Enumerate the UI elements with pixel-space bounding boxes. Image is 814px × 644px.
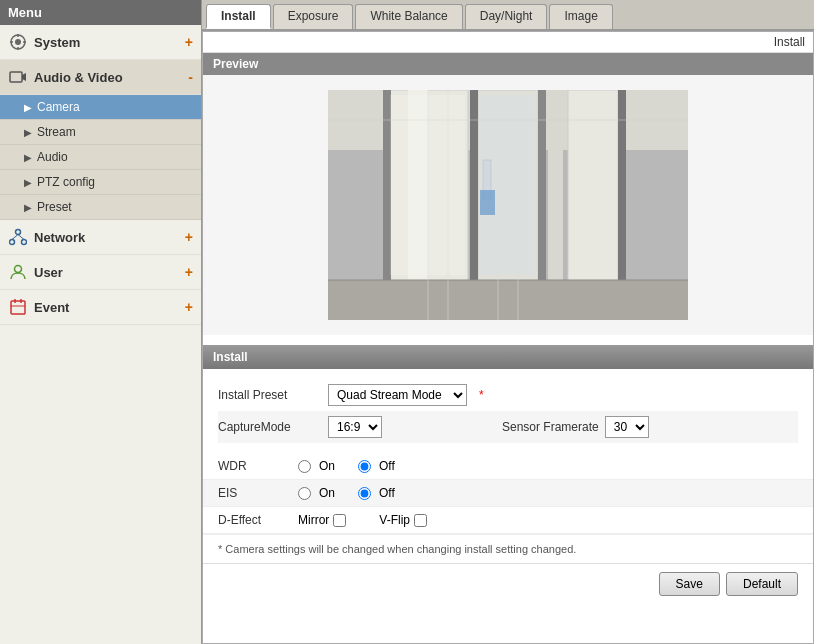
sensor-framerate-group: Sensor Framerate 30 25 15 <box>502 416 649 438</box>
sidebar-item-network[interactable]: Network + <box>0 220 201 255</box>
tab-exposure[interactable]: Exposure <box>273 4 354 29</box>
wdr-row: WDR On Off <box>203 453 813 480</box>
event-icon <box>8 297 28 317</box>
preview-image <box>328 90 688 320</box>
default-button[interactable]: Default <box>726 572 798 596</box>
svg-rect-32 <box>390 95 465 275</box>
wdr-on-group[interactable]: On <box>298 459 335 473</box>
svg-line-11 <box>12 235 18 240</box>
eis-off-label: Off <box>379 486 395 500</box>
sidebar-label-audio: Audio <box>37 150 68 164</box>
system-icon <box>8 32 28 52</box>
eis-on-label: On <box>319 486 335 500</box>
eis-off-radio[interactable] <box>358 487 371 500</box>
tab-image[interactable]: Image <box>549 4 612 29</box>
sidebar-label-stream: Stream <box>37 125 76 139</box>
vflip-group: V-Flip <box>379 513 430 527</box>
svg-point-1 <box>15 39 21 45</box>
vflip-checkbox[interactable] <box>414 514 427 527</box>
sidebar-label-audio-video: Audio & Video <box>34 70 188 85</box>
sidebar: Menu System + Audio & Video - ▶ Camera ▶ <box>0 0 202 644</box>
sidebar-item-camera[interactable]: ▶ Camera <box>0 95 201 120</box>
eis-label: EIS <box>218 486 298 500</box>
sidebar-label-camera: Camera <box>37 100 80 114</box>
svg-point-8 <box>16 230 21 235</box>
network-icon <box>8 227 28 247</box>
eis-on-radio[interactable] <box>298 487 311 500</box>
svg-point-9 <box>10 240 15 245</box>
install-label-text: Install <box>774 35 805 49</box>
svg-line-12 <box>18 235 24 240</box>
capture-mode-select[interactable]: 16:9 4:3 <box>328 416 382 438</box>
sidebar-label-network: Network <box>34 230 185 245</box>
user-icon <box>8 262 28 282</box>
svg-rect-6 <box>10 72 22 82</box>
capture-mode-row: CaptureMode 16:9 4:3 Sensor Framerate 30 <box>218 411 798 443</box>
install-preset-label: Install Preset <box>218 388 328 402</box>
d-effect-row: D-Effect Mirror V-Flip <box>203 507 813 534</box>
save-button[interactable]: Save <box>659 572 720 596</box>
install-preset-controls: Quad Stream Mode Single Stream Mode Dual… <box>328 384 484 406</box>
main-content: Install Exposure White Balance Day/Night… <box>202 0 814 644</box>
wdr-on-label: On <box>319 459 335 473</box>
sidebar-item-preset[interactable]: ▶ Preset <box>0 195 201 220</box>
sidebar-item-user[interactable]: User + <box>0 255 201 290</box>
mirror-checkbox[interactable] <box>333 514 346 527</box>
mirror-label: Mirror <box>298 513 329 527</box>
page-install-label: Install <box>203 32 813 53</box>
install-preset-asterisk: * <box>479 388 484 402</box>
install-settings-section: Install Install Preset Quad Stream Mode … <box>203 345 813 604</box>
sidebar-item-system[interactable]: System + <box>0 25 201 60</box>
capture-mode-label: CaptureMode <box>218 420 328 434</box>
svg-point-13 <box>15 266 22 273</box>
sidebar-item-audio-video[interactable]: Audio & Video - <box>0 60 201 95</box>
sensor-framerate-label: Sensor Framerate <box>502 420 599 434</box>
sidebar-expand-system: + <box>185 34 193 50</box>
sidebar-item-event[interactable]: Event + <box>0 290 201 325</box>
install-preset-select[interactable]: Quad Stream Mode Single Stream Mode Dual… <box>328 384 467 406</box>
sidebar-label-user: User <box>34 265 185 280</box>
sensor-framerate-select[interactable]: 30 25 15 <box>605 416 649 438</box>
preview-header: Preview <box>203 53 813 75</box>
sidebar-item-stream[interactable]: ▶ Stream <box>0 120 201 145</box>
sidebar-expand-network: + <box>185 229 193 245</box>
audio-video-icon <box>8 67 28 87</box>
audio-arrow-icon: ▶ <box>24 152 32 163</box>
tab-white-balance[interactable]: White Balance <box>355 4 462 29</box>
mirror-group: Mirror <box>298 513 349 527</box>
vflip-label: V-Flip <box>379 513 410 527</box>
capture-mode-controls: 16:9 4:3 <box>328 416 382 438</box>
wdr-off-radio[interactable] <box>358 460 371 473</box>
sidebar-label-preset: Preset <box>37 200 72 214</box>
wdr-off-group[interactable]: Off <box>358 459 395 473</box>
svg-rect-29 <box>328 280 688 320</box>
sidebar-header: Menu <box>0 0 201 25</box>
sidebar-label-ptz-config: PTZ config <box>37 175 95 189</box>
settings-note-text: * Camera settings will be changed when c… <box>218 543 576 555</box>
sidebar-label-system: System <box>34 35 185 50</box>
preview-area <box>203 75 813 335</box>
d-effect-controls: Mirror V-Flip <box>298 513 430 527</box>
sidebar-audio-video-submenu: ▶ Camera ▶ Stream ▶ Audio ▶ PTZ config ▶… <box>0 95 201 220</box>
tab-install[interactable]: Install <box>206 4 271 29</box>
d-effect-label: D-Effect <box>218 513 298 527</box>
sidebar-expand-event: + <box>185 299 193 315</box>
eis-off-group[interactable]: Off <box>358 486 395 500</box>
preset-arrow-icon: ▶ <box>24 202 32 213</box>
sidebar-item-ptz-config[interactable]: ▶ PTZ config <box>0 170 201 195</box>
tab-day-night[interactable]: Day/Night <box>465 4 548 29</box>
eis-on-group[interactable]: On <box>298 486 335 500</box>
sidebar-item-audio[interactable]: ▶ Audio <box>0 145 201 170</box>
wdr-off-label: Off <box>379 459 395 473</box>
sidebar-expand-audio-video: - <box>188 69 193 85</box>
sidebar-label-event: Event <box>34 300 185 315</box>
button-row: Save Default <box>203 563 813 604</box>
sidebar-expand-user: + <box>185 264 193 280</box>
install-body: Install Preset Quad Stream Mode Single S… <box>203 369 813 453</box>
wdr-on-radio[interactable] <box>298 460 311 473</box>
content-area: Install Preview <box>202 31 814 644</box>
install-preset-row: Install Preset Quad Stream Mode Single S… <box>218 379 798 411</box>
stream-arrow-icon: ▶ <box>24 127 32 138</box>
eis-row: EIS On Off <box>203 480 813 507</box>
svg-point-10 <box>22 240 27 245</box>
